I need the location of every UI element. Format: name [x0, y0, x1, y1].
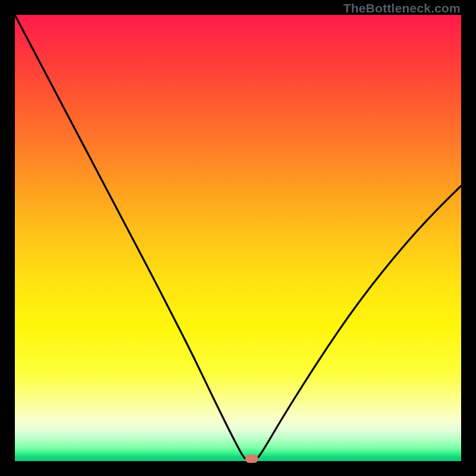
attribution-watermark: TheBottleneck.com	[343, 1, 461, 15]
chart-frame: TheBottleneck.com	[0, 0, 476, 476]
optimal-marker	[245, 455, 258, 463]
plot-area	[15, 15, 461, 461]
bottleneck-curve	[15, 15, 461, 461]
